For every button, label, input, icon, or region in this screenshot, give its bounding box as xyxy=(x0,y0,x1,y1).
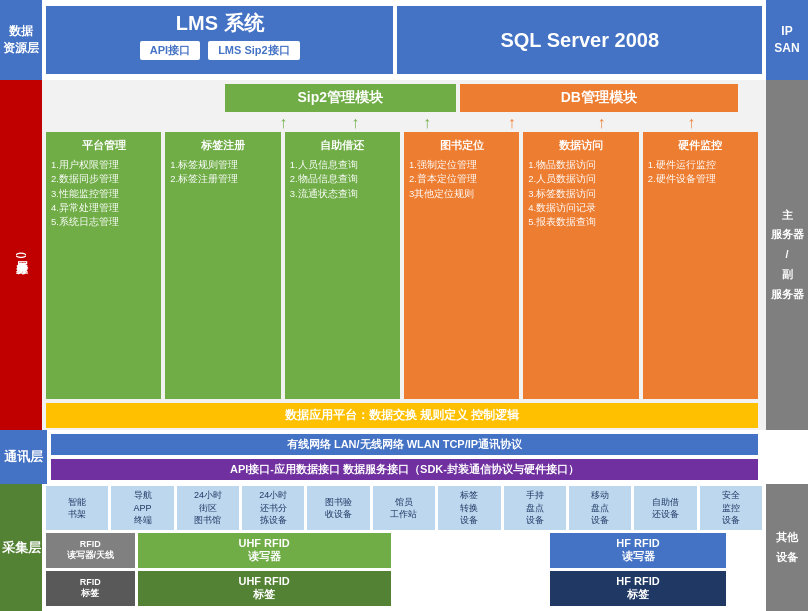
sip-arrows: ↑ ↑ ↑ xyxy=(247,114,462,132)
sip-box: Sip2管理模块 xyxy=(225,84,456,112)
device-smart-shelf: 智能书架 xyxy=(46,486,108,530)
device-mobile: 移动盘点设备 xyxy=(569,486,631,530)
sip2-label: LMS Sip2接口 xyxy=(208,41,300,60)
self-borrow-title: 自助借还 xyxy=(288,135,397,156)
collect-row: 采集层 智能书架 导航APP终端 24小时街区图书馆 24小时还书分拣设备 图书… xyxy=(0,484,808,611)
hf-rfid-tag: HF RFID标签 xyxy=(550,571,726,606)
arrow-down-3: ↑ xyxy=(687,114,695,132)
comm-label: 通讯层 xyxy=(0,430,47,484)
collect-content: 智能书架 导航APP终端 24小时街区图书馆 24小时还书分拣设备 图书验收设备… xyxy=(42,484,766,611)
data-access-item-0: 1.物品数据访问 xyxy=(528,158,633,172)
top-content: LMS 系统 API接口 LMS Sip2接口 SQL Server 2008 xyxy=(42,0,766,80)
comm-right xyxy=(766,430,808,484)
hardware-monitor-item-1: 2.硬件设备管理 xyxy=(648,172,753,186)
book-locate-item-2: 3其他定位规则 xyxy=(409,187,514,201)
data-layer-line2: 资源层 xyxy=(3,40,39,57)
self-borrow-item-2: 3.流通状态查询 xyxy=(290,187,395,201)
data-access-module: 数据访问 1.物品数据访问 2.人员数据访问 3.标签数据访问 4.数据访问记录… xyxy=(523,132,638,399)
server-text: 主服务器/副服务器 xyxy=(771,206,804,305)
tag-reg-item-1: 2.标签注册管理 xyxy=(170,172,275,186)
main-container: 数据 资源层 LMS 系统 API接口 LMS Sip2接口 SQL Serve… xyxy=(0,0,808,611)
tag-reg-items: 1.标签规则管理 2.标签注册管理 xyxy=(168,158,277,187)
data-access-item-4: 5.报表数据查询 xyxy=(528,215,633,229)
tag-gap xyxy=(394,571,547,606)
self-borrow-item-1: 2.物品信息查询 xyxy=(290,172,395,186)
book-locate-items: 1.强制定位管理 2.普本定位管理 3其他定位规则 xyxy=(407,158,516,201)
rfid-reader-row: RFID读写器/天线 UHF RFID读写器 HF RFID读写器 xyxy=(42,533,766,568)
comm-content: 有线网络 LAN/无线网络 WLAN TCP/IP通讯协议 API接口-应用数据… xyxy=(47,430,766,484)
self-borrow-module: 自助借还 1.人员信息查询 2.物品信息查询 3.流通状态查询 xyxy=(285,132,400,399)
platform-item-4: 5.系统日志管理 xyxy=(51,215,156,229)
platform-item-2: 3.性能监控管理 xyxy=(51,187,156,201)
lms-box: LMS 系统 API接口 LMS Sip2接口 xyxy=(46,6,393,74)
data-platform-bar: 数据应用平台：数据交换 规则定义 控制逻辑 xyxy=(46,403,758,428)
db-box: DB管理模块 xyxy=(460,84,738,112)
data-access-items: 1.物品数据访问 2.人员数据访问 3.标签数据访问 4.数据访问记录 5.报表… xyxy=(526,158,635,229)
platform-title: 平台管理 xyxy=(49,135,158,156)
middle-row: 业务层 (中间件) Sip2管理模块 DB管理模块 ↑ ↑ ↑ ↑ xyxy=(0,80,808,430)
sql-box: SQL Server 2008 xyxy=(397,6,762,74)
data-layer-label: 数据 资源层 xyxy=(0,0,42,80)
tag-end-gap xyxy=(729,571,762,606)
rfid-tag-row: RFID标签 UHF RFID标签 HF RFID标签 xyxy=(42,571,766,609)
rfid-tag-label: RFID标签 xyxy=(46,571,135,606)
device-handheld: 手持盘点设备 xyxy=(504,486,566,530)
platform-item-1: 2.数据同步管理 xyxy=(51,172,156,186)
self-borrow-item-0: 1.人员信息查询 xyxy=(290,158,395,172)
device-security: 安全监控设备 xyxy=(700,486,762,530)
arrow-up-2: ↑ xyxy=(351,114,359,132)
ip-san-label: IP SAN xyxy=(766,0,808,80)
arrow-up-1: ↑ xyxy=(279,114,287,132)
comm-row: 通讯层 有线网络 LAN/无线网络 WLAN TCP/IP通讯协议 API接口-… xyxy=(0,430,808,484)
arrow-up-3: ↑ xyxy=(423,114,431,132)
data-access-item-2: 3.标签数据访问 xyxy=(528,187,633,201)
hardware-monitor-item-0: 1.硬件运行监控 xyxy=(648,158,753,172)
top-row: 数据 资源层 LMS 系统 API接口 LMS Sip2接口 SQL Serve… xyxy=(0,0,808,80)
sip-db-row: Sip2管理模块 DB管理模块 xyxy=(42,80,762,114)
hardware-monitor-title: 硬件监控 xyxy=(646,135,755,156)
uhf-rfid-tag: UHF RFID标签 xyxy=(138,571,391,606)
ip-line: IP xyxy=(781,23,792,40)
db-arrows: ↑ ↑ ↑ xyxy=(467,114,736,132)
comm-bar2: API接口-应用数据接口 数据服务接口（SDK-封装通信协议与硬件接口） xyxy=(51,459,758,480)
uhf-rfid-reader: UHF RFID读写器 xyxy=(138,533,391,568)
lms-apis: API接口 LMS Sip2接口 xyxy=(140,41,300,60)
platform-module: 平台管理 1.用户权限管理 2.数据同步管理 3.性能监控管理 4.异常处理管理… xyxy=(46,132,161,399)
data-access-item-3: 4.数据访问记录 xyxy=(528,201,633,215)
device-nav-app: 导航APP终端 xyxy=(111,486,173,530)
data-access-item-1: 2.人员数据访问 xyxy=(528,172,633,186)
api-label: API接口 xyxy=(140,41,200,60)
rfid-end-gap xyxy=(729,533,762,568)
hardware-monitor-module: 硬件监控 1.硬件运行监控 2.硬件设备管理 xyxy=(643,132,758,399)
collect-label: 采集层 xyxy=(0,484,42,611)
device-librarian: 馆员工作站 xyxy=(373,486,435,530)
middle-content: Sip2管理模块 DB管理模块 ↑ ↑ ↑ ↑ ↑ ↑ xyxy=(42,80,766,430)
platform-items: 1.用户权限管理 2.数据同步管理 3.性能监控管理 4.异常处理管理 5.系统… xyxy=(49,158,158,229)
biz-line2: (中间件) xyxy=(13,252,29,259)
lms-title: LMS 系统 xyxy=(176,10,264,37)
data-layer-line1: 数据 xyxy=(9,23,33,40)
comm-bar1: 有线网络 LAN/无线网络 WLAN TCP/IP通讯协议 xyxy=(51,434,758,455)
arrow-down-1: ↑ xyxy=(508,114,516,132)
self-borrow-items: 1.人员信息查询 2.物品信息查询 3.流通状态查询 xyxy=(288,158,397,201)
tag-reg-module: 标签注册 1.标签规则管理 2.标签注册管理 xyxy=(165,132,280,399)
hardware-monitor-items: 1.硬件运行监控 2.硬件设备管理 xyxy=(646,158,755,187)
device-book-verify: 图书验收设备 xyxy=(307,486,369,530)
book-locate-item-0: 1.强制定位管理 xyxy=(409,158,514,172)
other-devices-text: 其他设备 xyxy=(776,528,798,568)
device-24h-street: 24小时街区图书馆 xyxy=(177,486,239,530)
book-locate-title: 图书定位 xyxy=(407,135,516,156)
data-access-title: 数据访问 xyxy=(526,135,635,156)
device-self-borrow: 自助借还设备 xyxy=(634,486,696,530)
arrows-row: ↑ ↑ ↑ ↑ ↑ ↑ xyxy=(42,114,762,132)
book-locate-module: 图书定位 1.强制定位管理 2.普本定位管理 3其他定位规则 xyxy=(404,132,519,399)
tag-reg-item-0: 1.标签规则管理 xyxy=(170,158,275,172)
tag-reg-title: 标签注册 xyxy=(168,135,277,156)
biz-label: 业务层 (中间件) xyxy=(0,80,42,430)
collect-right: 其他设备 xyxy=(766,484,808,611)
book-locate-item-1: 2.普本定位管理 xyxy=(409,172,514,186)
server-label: 主服务器/副服务器 xyxy=(766,80,808,430)
modules-row: 平台管理 1.用户权限管理 2.数据同步管理 3.性能监控管理 4.异常处理管理… xyxy=(42,132,762,399)
device-24h-return: 24小时还书分拣设备 xyxy=(242,486,304,530)
hf-rfid-reader: HF RFID读写器 xyxy=(550,533,726,568)
